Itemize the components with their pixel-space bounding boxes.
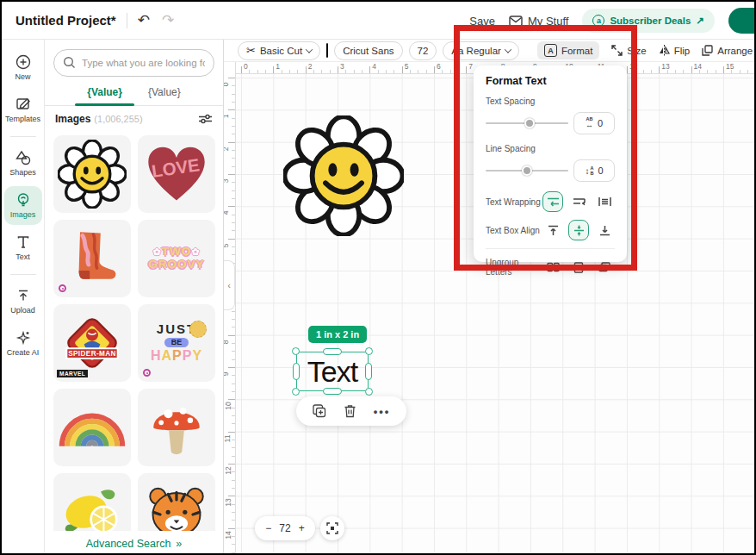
align-middle-button[interactable]: [568, 220, 589, 240]
text-spacing-value: 0: [598, 118, 603, 128]
shapes-icon: [15, 150, 31, 165]
sidebar-item-upload[interactable]: Upload: [4, 282, 42, 321]
image-tile-spider-man[interactable]: SPIDER-MAN MARVEL: [53, 304, 131, 382]
image-tile-just-be-happy[interactable]: JUST BE HAPPY: [138, 304, 215, 382]
image-tile-daisy-smiley[interactable]: [53, 135, 131, 213]
canvas-daisy-image[interactable]: [283, 115, 404, 236]
image-tile-mushroom[interactable]: [138, 389, 215, 466]
undo-icon[interactable]: ↶: [138, 11, 150, 29]
color-swatch[interactable]: [326, 43, 328, 58]
subscriber-deals-button[interactable]: a Subscriber Deals ↗: [582, 9, 715, 33]
ungroup-side-button[interactable]: [542, 257, 563, 278]
text-selection-box[interactable]: Text: [296, 352, 369, 391]
format-label: Format: [561, 46, 592, 56]
advanced-search-link[interactable]: Advanced Search »: [45, 531, 223, 555]
resize-handle-s[interactable]: [323, 388, 342, 395]
operation-dropdown[interactable]: ✂ Basic Cut: [238, 41, 320, 60]
resize-handle-sw[interactable]: [292, 388, 300, 396]
templates-icon: [15, 97, 31, 112]
sidebar-item-label: Upload: [10, 306, 35, 315]
wrap-return-button[interactable]: [568, 191, 589, 212]
resize-handle-e[interactable]: [365, 363, 372, 380]
fit-to-view-button[interactable]: [320, 516, 344, 540]
font-dropdown[interactable]: Cricut Sans: [334, 41, 402, 60]
image-tile-cowboy-boot[interactable]: [53, 220, 131, 297]
filter-icon[interactable]: [198, 113, 213, 125]
my-stuff-button[interactable]: My Stuff: [509, 15, 568, 28]
resize-handle-se[interactable]: [365, 388, 373, 396]
resize-handle-w[interactable]: [293, 363, 300, 380]
ungroup-layers-button[interactable]: [594, 257, 615, 278]
image-tile-two-groovy[interactable]: ✿TWO✿ GROOVY: [138, 220, 215, 297]
canvas-text-object[interactable]: Text: [307, 355, 357, 389]
redo-icon[interactable]: ↷: [162, 11, 174, 29]
operation-label: Basic Cut: [260, 46, 302, 56]
format-text-popup: Format Text Text Spacing AB↔ 0 Line Spac…: [474, 65, 627, 262]
images-panel: {Value} {Value} Images (1,006,255) LOVE: [45, 40, 224, 555]
groovy-line2: GROOVY: [148, 259, 204, 271]
no-wrap-icon: [598, 196, 611, 207]
ungroup-letters-label: Ungroup Letters: [486, 258, 542, 277]
wrap-return-icon: [573, 196, 586, 207]
more-options-icon[interactable]: •••: [374, 405, 391, 418]
line-spacing-label: Line Spacing: [486, 144, 615, 153]
font-style-dropdown[interactable]: Aa Regular: [443, 41, 519, 60]
ungroup-stack-button[interactable]: [568, 257, 589, 278]
style-label: Aa Regular: [451, 46, 501, 56]
popup-title: Format Text: [486, 75, 615, 87]
letter-spacing-icon: AB↔: [586, 117, 593, 129]
sidebar-item-text[interactable]: Text: [4, 228, 42, 267]
search-box: [53, 49, 214, 77]
make-it-button[interactable]: [728, 8, 756, 34]
slider-thumb[interactable]: [524, 118, 535, 128]
search-input[interactable]: [53, 49, 214, 77]
tab-value-2[interactable]: {Value}: [148, 86, 181, 105]
love-heart-image: LOVE: [144, 141, 209, 207]
arrange-button[interactable]: Arrange: [702, 45, 753, 56]
text-spacing-slider[interactable]: [486, 118, 568, 128]
flip-button[interactable]: Flip: [659, 45, 691, 56]
font-name: Cricut Sans: [343, 46, 393, 56]
sidebar-item-new[interactable]: New: [4, 48, 42, 87]
panel-collapse-handle[interactable]: ‹: [224, 260, 235, 310]
duplicate-icon[interactable]: [313, 404, 326, 418]
marvel-logo: MARVEL: [57, 370, 88, 377]
sidebar-item-create-ai[interactable]: Create AI: [4, 324, 42, 363]
sidebar-item-templates[interactable]: Templates: [4, 90, 42, 129]
zoom-out-button[interactable]: −: [265, 522, 271, 534]
wrap-on-button[interactable]: [542, 191, 563, 212]
align-top-icon: [548, 225, 559, 236]
save-button[interactable]: Save: [469, 15, 495, 28]
sparkles-icon: [15, 330, 31, 346]
spider-man-banner-text: SPIDER-MAN: [68, 350, 116, 358]
size-button[interactable]: Size: [611, 45, 646, 56]
align-bottom-button[interactable]: [594, 220, 615, 240]
text-spacing-value-box[interactable]: AB↔ 0: [573, 112, 615, 134]
format-button[interactable]: A Format: [537, 41, 599, 59]
line-spacing-value-box[interactable]: ↕AB 0: [573, 159, 615, 182]
arrange-label: Arrange: [717, 46, 753, 56]
wrap-off-button[interactable]: [594, 191, 615, 212]
trash-icon[interactable]: [344, 404, 356, 418]
sidebar-item-shapes[interactable]: Shapes: [4, 144, 42, 183]
resize-handle-nw[interactable]: [292, 347, 300, 355]
format-a-icon: A: [544, 44, 557, 57]
rainbow-image: [59, 407, 126, 448]
image-tile-rainbow[interactable]: [53, 389, 131, 466]
font-size-field[interactable]: 72: [409, 41, 437, 60]
zoom-in-button[interactable]: +: [299, 522, 305, 534]
sidebar-item-label: Text: [15, 253, 30, 261]
divider: [127, 13, 127, 28]
divider: [486, 248, 615, 249]
tab-value-1[interactable]: {Value}: [87, 86, 122, 105]
flower-glyph: ✿: [191, 246, 200, 257]
sidebar-item-label: Create AI: [7, 348, 40, 357]
resize-handle-ne[interactable]: [365, 347, 373, 355]
edit-toolbar: ✂ Basic Cut Cricut Sans 72 Aa Regular A …: [224, 40, 756, 62]
sidebar-item-images[interactable]: Images: [4, 186, 42, 225]
align-top-button[interactable]: [542, 220, 563, 240]
line-spacing-slider[interactable]: [486, 165, 568, 176]
image-tile-love-heart[interactable]: LOVE: [138, 135, 215, 213]
resize-handle-n[interactable]: [323, 348, 342, 355]
slider-thumb[interactable]: [522, 165, 532, 176]
